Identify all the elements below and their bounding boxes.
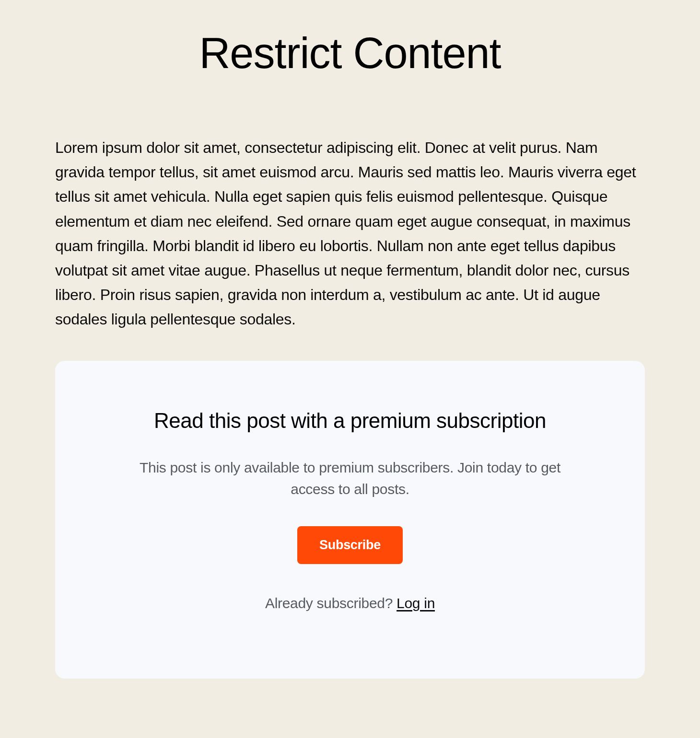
content-preview-text: Lorem ipsum dolor sit amet, consectetur … [55,136,645,332]
login-prompt-text: Already subscribed? [265,595,397,611]
subscribe-button[interactable]: Subscribe [297,526,403,564]
login-prompt: Already subscribed? Log in [93,595,607,611]
subscription-heading: Read this post with a premium subscripti… [93,409,607,433]
subscription-paywall-card: Read this post with a premium subscripti… [55,361,645,679]
login-link[interactable]: Log in [397,595,435,611]
page-title: Restrict Content [55,29,645,78]
subscription-subtext: This post is only available to premium s… [120,457,580,500]
